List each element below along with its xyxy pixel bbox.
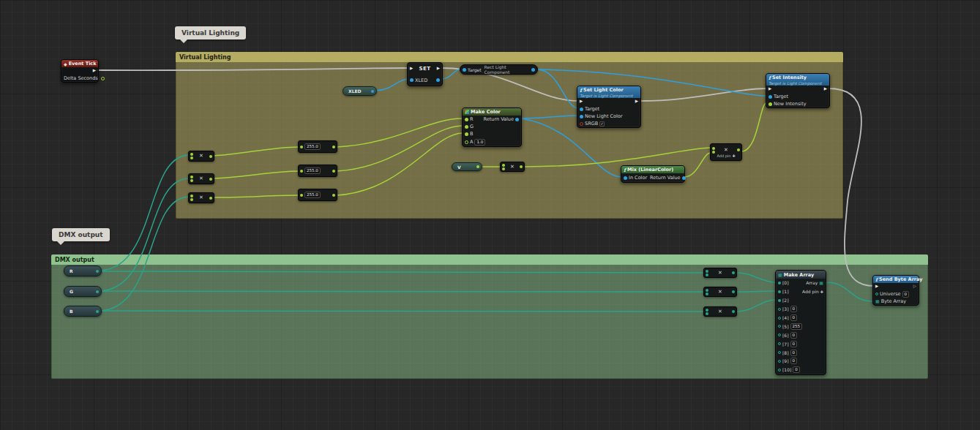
return-value-pin[interactable] <box>515 118 519 121</box>
node-divide-255[interactable]: 255.0 <box>298 140 337 153</box>
multiply-in-pin[interactable] <box>190 198 193 201</box>
divide-out-pin[interactable] <box>332 194 335 197</box>
multiply-out-pin[interactable] <box>520 165 523 168</box>
xled-in-pin[interactable] <box>410 78 414 82</box>
return-value-pin[interactable] <box>682 176 686 180</box>
node-multiply[interactable]: ✕ <box>500 162 525 172</box>
exec-out-pin[interactable]: ▷ <box>913 284 916 289</box>
node-rect-light-component[interactable]: Target Rect Light Component <box>460 64 538 75</box>
comment-virtual-lighting-header[interactable]: Virtual Lighting <box>176 52 843 62</box>
blueprint-canvas[interactable]: Virtual Lighting DMX output <box>0 0 980 430</box>
element-value-field[interactable]: 0 <box>790 314 798 321</box>
add-pin-label[interactable]: Add pin <box>802 289 819 294</box>
element-value-field[interactable]: 0 <box>790 332 798 339</box>
srgb-checkbox[interactable]: ✓ <box>599 121 605 127</box>
node-get-b[interactable]: B <box>64 306 102 317</box>
node-divide-255[interactable]: 255.0 <box>298 165 337 177</box>
multiply-in-pin[interactable] <box>706 289 708 292</box>
multiply-in-pin[interactable] <box>190 153 193 156</box>
universe-pin[interactable] <box>875 293 878 295</box>
multiply-out-pin[interactable] <box>209 155 212 158</box>
node-multiply-addpin[interactable]: ✕ Add pin ✚ <box>710 143 742 161</box>
srgb-pin[interactable] <box>580 122 583 126</box>
element-pin[interactable] <box>778 299 781 302</box>
multiply-out-pin[interactable] <box>209 197 212 200</box>
divide-in-pin[interactable] <box>300 170 303 173</box>
node-mix-linearcolor[interactable]: f Mix (LinearColor) In Color Return Valu… <box>621 165 685 183</box>
node-multiply[interactable]: ✕ <box>188 173 214 184</box>
divide-in-pin[interactable] <box>300 146 303 148</box>
b-out-pin[interactable] <box>96 310 99 313</box>
multiply-in-pin[interactable] <box>190 176 193 178</box>
g-out-pin[interactable] <box>96 290 99 293</box>
node-send-byte-array[interactable]: f Send Byte Array ▶ ▷ Universe 0 ▦ Byte … <box>872 275 919 306</box>
element-value-field[interactable]: 0 <box>790 306 798 312</box>
multiply-out-pin[interactable] <box>732 271 735 274</box>
multiply-in-pin[interactable] <box>706 309 708 312</box>
add-pin-row[interactable]: Add pin ✚ <box>712 154 740 158</box>
exec-in-pin[interactable]: ▶ <box>410 67 413 71</box>
multiply-out-pin[interactable] <box>732 310 735 313</box>
byte-array-pin[interactable]: ▦ <box>875 299 880 303</box>
exec-out-pin[interactable]: ▶ <box>93 69 96 73</box>
target-pin[interactable] <box>580 108 583 111</box>
divide-out-pin[interactable] <box>332 170 335 173</box>
v-out-pin[interactable] <box>476 165 479 168</box>
element-value-field[interactable]: 0 <box>793 366 800 373</box>
multiply-in-pin[interactable] <box>190 195 193 197</box>
element-value-field[interactable]: 255 <box>790 323 803 330</box>
divide-value-field[interactable]: 255.0 <box>304 192 321 198</box>
array-out-pin[interactable]: ▦ <box>819 281 823 285</box>
exec-out-pin[interactable]: ▶ <box>437 67 440 71</box>
element-pin[interactable] <box>778 317 781 320</box>
element-value-field[interactable]: 0 <box>790 341 798 347</box>
divide-value-field[interactable]: 255.0 <box>304 167 321 174</box>
divide-value-field[interactable]: 255.0 <box>304 143 321 150</box>
node-get-xled[interactable]: XLED <box>343 86 377 96</box>
component-out-pin[interactable] <box>531 68 535 72</box>
multiply-in-pin[interactable] <box>502 164 505 167</box>
universe-value-field[interactable]: 0 <box>902 291 910 298</box>
multiply-out-pin[interactable] <box>732 290 735 293</box>
multiply-out-pin[interactable] <box>209 178 212 181</box>
node-set-light-color[interactable]: fSet Light Color Target is Light Compone… <box>577 86 641 128</box>
g-pin[interactable] <box>465 125 468 129</box>
node-event-tick[interactable]: ◆ Event Tick ▶ Delta Seconds <box>61 59 99 83</box>
delta-seconds-pin[interactable] <box>101 77 105 80</box>
target-in-pin[interactable] <box>463 68 466 72</box>
divide-out-pin[interactable] <box>332 146 335 148</box>
exec-out-pin[interactable]: ▶ <box>635 99 638 104</box>
exec-in-pin[interactable]: ▶ <box>768 87 771 91</box>
element-value-field[interactable]: 0 <box>790 358 798 364</box>
multiply-in-pin[interactable] <box>712 147 715 150</box>
in-color-pin[interactable] <box>624 176 627 180</box>
element-pin[interactable] <box>778 333 781 336</box>
node-multiply[interactable]: ✕ <box>703 287 737 297</box>
node-make-array[interactable]: ▦ Make Array [0] Array ▦ [1] Add pin ✚ [… <box>775 270 826 375</box>
new-intensity-pin[interactable] <box>768 102 772 106</box>
multiply-in-pin[interactable] <box>712 151 715 154</box>
multiply-out-pin[interactable] <box>737 148 740 151</box>
r-pin[interactable] <box>465 118 468 121</box>
multiply-in-pin[interactable] <box>706 293 708 295</box>
node-get-v[interactable]: V <box>452 162 482 171</box>
exec-in-pin[interactable]: ▶ <box>580 99 583 104</box>
a-pin[interactable] <box>465 140 468 144</box>
divide-in-pin[interactable] <box>300 194 303 197</box>
node-set-intensity[interactable]: fSet Intensity Target is Light Component… <box>766 73 830 108</box>
comment-dmx-output-header[interactable]: DMX output <box>51 254 928 265</box>
b-pin[interactable] <box>465 132 468 136</box>
target-pin[interactable] <box>768 95 772 99</box>
element-pin[interactable] <box>778 360 781 363</box>
multiply-in-pin[interactable] <box>502 167 505 170</box>
node-make-color[interactable]: Make Color R Return Value G B A 1.0 <box>462 108 522 147</box>
node-get-g[interactable]: G <box>64 286 102 297</box>
multiply-in-pin[interactable] <box>706 312 708 315</box>
element-pin[interactable] <box>778 369 781 371</box>
element-pin[interactable] <box>778 308 781 311</box>
element-value-field[interactable]: 0 <box>790 350 798 356</box>
exec-in-pin[interactable]: ▶ <box>875 284 878 289</box>
multiply-in-pin[interactable] <box>190 179 193 182</box>
element-pin[interactable] <box>778 325 781 328</box>
multiply-in-pin[interactable] <box>706 270 708 273</box>
